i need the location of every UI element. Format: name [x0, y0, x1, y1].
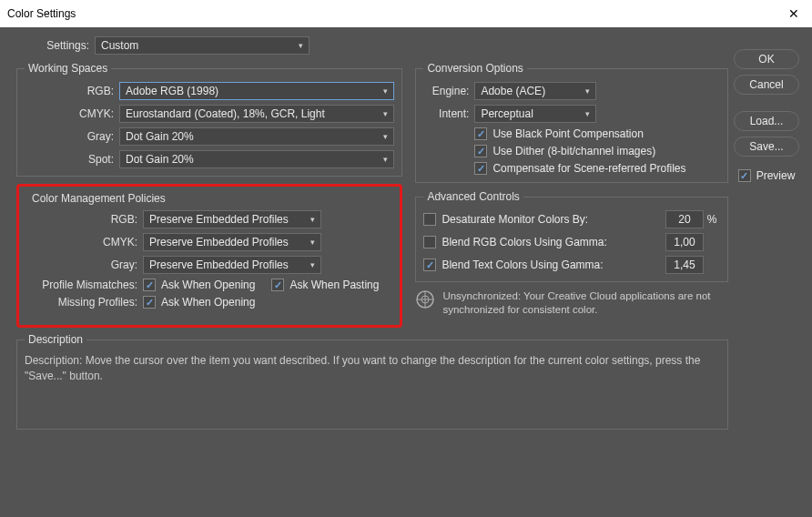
intent-label: Intent: [423, 107, 474, 120]
pol-gray-label: Gray: [25, 258, 143, 271]
cancel-button[interactable]: Cancel [734, 75, 799, 95]
ask-when-pasting-checkbox[interactable] [271, 279, 284, 291]
ws-spot-select[interactable]: Dot Gain 20%▾ [119, 150, 394, 168]
pol-gray-select[interactable]: Preserve Embedded Profiles▾ [143, 256, 321, 274]
policies-highlight: Color Management Policies RGB: Preserve … [16, 184, 402, 328]
compensate-checkbox[interactable] [474, 162, 487, 175]
save-button[interactable]: Save... [734, 137, 799, 157]
advanced-controls-group: Advanced Controls Desaturate Monitor Col… [415, 190, 728, 282]
engine-label: Engine: [423, 85, 474, 97]
chevron-down-icon: ▾ [383, 155, 388, 164]
desaturate-input[interactable] [665, 210, 704, 228]
dither-checkbox[interactable] [474, 145, 487, 157]
black-point-label: Use Black Point Compensation [492, 127, 643, 140]
chevron-down-icon: ▾ [383, 109, 388, 118]
description-text: Description: Move the cursor over the it… [25, 353, 720, 384]
preview-label: Preview [756, 169, 796, 182]
chevron-down-icon: ▾ [383, 132, 388, 141]
description-legend: Description [25, 333, 86, 346]
ws-rgb-select[interactable]: Adobe RGB (1998)▾ [119, 82, 394, 100]
chevron-down-icon: ▾ [310, 215, 315, 224]
working-spaces-group: Working Spaces RGB: Adobe RGB (1998)▾ CM… [16, 62, 402, 177]
mismatches-label: Profile Mismatches: [25, 279, 143, 291]
compensate-label: Compensate for Scene-referred Profiles [492, 162, 685, 175]
ask-when-opening-missing-label: Ask When Opening [161, 296, 255, 309]
ws-cmyk-label: CMYK: [25, 107, 119, 120]
pol-rgb-label: RGB: [25, 213, 143, 226]
ws-rgb-label: RGB: [25, 85, 119, 97]
chevron-down-icon: ▾ [299, 41, 303, 50]
chevron-down-icon: ▾ [383, 86, 388, 96]
pol-cmyk-select[interactable]: Preserve Embedded Profiles▾ [143, 233, 321, 251]
engine-select[interactable]: Adobe (ACE)▾ [474, 82, 596, 100]
close-icon[interactable]: ✕ [783, 6, 805, 21]
advanced-legend: Advanced Controls [423, 190, 523, 203]
ask-when-opening-mismatch-checkbox[interactable] [143, 279, 156, 291]
ask-when-opening-missing-checkbox[interactable] [143, 296, 156, 309]
preview-checkbox[interactable] [738, 169, 751, 182]
conversion-options-group: Conversion Options Engine: Adobe (ACE)▾ … [415, 62, 728, 183]
ws-cmyk-select[interactable]: Eurostandard (Coated), 18%, GCR, Light▾ [119, 105, 394, 123]
ask-when-pasting-label: Ask When Pasting [289, 279, 379, 291]
dither-label: Use Dither (8-bit/channel images) [492, 145, 655, 157]
color-management-policies-group: Color Management Policies RGB: Preserve … [25, 192, 394, 309]
desaturate-unit: % [704, 213, 720, 226]
intent-select[interactable]: Perceptual▾ [474, 105, 596, 123]
blend-text-label: Blend Text Colors Using Gamma: [442, 258, 665, 271]
chevron-down-icon: ▾ [310, 260, 315, 269]
description-group: Description Description: Move the cursor… [16, 333, 728, 430]
blend-text-input[interactable] [665, 256, 704, 274]
ask-when-opening-mismatch-label: Ask When Opening [161, 279, 255, 291]
chevron-down-icon: ▾ [310, 238, 315, 247]
unsynchronized-icon [415, 289, 435, 309]
black-point-checkbox[interactable] [474, 127, 487, 140]
ws-gray-label: Gray: [25, 130, 119, 143]
ws-spot-label: Spot: [25, 153, 119, 166]
desaturate-label: Desaturate Monitor Colors By: [442, 213, 665, 226]
blend-text-checkbox[interactable] [423, 258, 436, 271]
desaturate-checkbox[interactable] [423, 213, 436, 226]
chevron-down-icon: ▾ [585, 109, 590, 118]
titlebar: Color Settings ✕ [0, 0, 812, 27]
pol-rgb-select[interactable]: Preserve Embedded Profiles▾ [143, 210, 321, 228]
missing-label: Missing Profiles: [25, 296, 143, 309]
ok-button[interactable]: OK [734, 49, 799, 69]
pol-cmyk-label: CMYK: [25, 236, 143, 248]
working-spaces-legend: Working Spaces [25, 62, 111, 75]
window-title: Color Settings [7, 7, 783, 20]
blend-rgb-input[interactable] [665, 233, 704, 251]
policies-legend: Color Management Policies [25, 192, 166, 210]
settings-label: Settings: [16, 39, 95, 52]
blend-rgb-checkbox[interactable] [423, 236, 436, 248]
conversion-legend: Conversion Options [423, 62, 526, 75]
sync-status-text: Unsynchronized: Your Creative Cloud appl… [442, 289, 728, 317]
blend-rgb-label: Blend RGB Colors Using Gamma: [442, 236, 665, 248]
ws-gray-select[interactable]: Dot Gain 20%▾ [119, 127, 394, 146]
load-button[interactable]: Load... [734, 111, 799, 131]
settings-select[interactable]: Custom ▾ [95, 36, 310, 55]
chevron-down-icon: ▾ [585, 86, 590, 96]
